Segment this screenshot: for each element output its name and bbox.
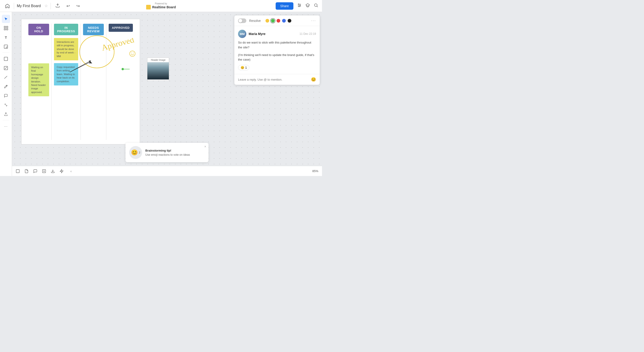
avatar: MM	[238, 30, 246, 38]
svg-point-2	[299, 6, 300, 7]
reaction-emoji: 😊	[240, 66, 244, 69]
color-dot-blue[interactable]	[282, 19, 286, 22]
kanban-board: ON HOLD Waiting on final homepage design…	[22, 19, 140, 144]
brand-area: Powered by Realtime Board	[146, 2, 176, 9]
redo-button[interactable]: ↪	[74, 2, 82, 9]
svg-rect-24	[16, 170, 20, 173]
kanban-frame: ON HOLD Waiting on final homepage design…	[21, 19, 140, 145]
tip-close-button[interactable]: ×	[204, 145, 206, 148]
comment-meta: Maria Myre 11 Dec 22:19	[249, 32, 316, 36]
pen-tool[interactable]	[2, 82, 10, 91]
svg-point-3	[314, 4, 317, 6]
color-dots	[266, 19, 291, 22]
color-dot-yellow[interactable]	[266, 19, 269, 22]
svg-point-14	[80, 36, 114, 68]
col-header-on-hold: ON HOLD	[28, 24, 49, 35]
topbar: My First Board ☆ ↩ ↪ Powered by Realtime…	[0, 0, 322, 12]
zoom-level: 85%	[312, 169, 318, 173]
search-icon[interactable]	[314, 3, 318, 9]
col-needs-review: NEEDS REVIEW Header Image	[81, 24, 106, 140]
sticky-in-progress-2[interactable]: Copy requested from writing team. Waitin…	[54, 63, 78, 85]
comment-text-1: So do we want to stick with this palette…	[238, 40, 316, 50]
toggle-knob	[238, 19, 242, 22]
comment-tool[interactable]	[2, 91, 10, 100]
bottom-toolbar: « 85%	[12, 166, 322, 176]
color-dot-black[interactable]	[288, 19, 291, 22]
crop-tool[interactable]	[2, 101, 10, 109]
topbar-divider	[14, 3, 14, 9]
canvas-area[interactable]: New frame ON HOLD Waiting on final homep…	[12, 12, 322, 176]
tip-text-area: Brainstorming tip! Use emoji reactions t…	[145, 149, 205, 157]
settings-icon[interactable]	[297, 3, 302, 9]
brand-square-icon	[146, 5, 151, 9]
collapse-button[interactable]: «	[70, 169, 72, 173]
comment-panel: Resolve ··· MM Maria Myre 11 Dec	[234, 15, 320, 85]
svg-rect-8	[4, 45, 8, 48]
text-tool[interactable]: T	[2, 33, 10, 41]
sticky-in-progress-1[interactable]: Interactions are still in progress, shou…	[54, 38, 78, 60]
comment-header: Resolve ···	[234, 15, 320, 26]
comment-body: MM Maria Myre 11 Dec 22:19 So do we want…	[234, 26, 320, 74]
col-on-hold: ON HOLD Waiting on final homepage design…	[26, 24, 52, 140]
shape-tool[interactable]	[2, 64, 10, 72]
tool-separator-2	[2, 120, 10, 120]
home-button[interactable]	[4, 2, 11, 10]
tip-emoji-icon: 😊	[131, 149, 138, 156]
svg-point-1	[300, 5, 300, 5]
bottom-comment-tool[interactable]	[33, 169, 37, 173]
svg-rect-5	[6, 26, 8, 28]
comment-text-2: (I'm thinking we'll need to update the b…	[238, 53, 316, 62]
select-tool[interactable]	[2, 15, 10, 23]
comment-reply-area: 😊	[234, 74, 320, 85]
brand-logo: Realtime Board	[146, 5, 176, 9]
col-header-approved: APPROVED	[109, 24, 133, 32]
star-button[interactable]: ☆	[44, 4, 48, 8]
col-header-in-progress: IN PROGRESS	[54, 24, 78, 35]
svg-line-12	[4, 76, 7, 79]
svg-rect-4	[4, 26, 6, 28]
bottom-sticky-tool[interactable]	[24, 169, 28, 173]
color-dot-green[interactable]	[271, 19, 275, 22]
comment-time: 11 Dec 22:19	[300, 32, 316, 35]
more-tools[interactable]: ···	[2, 122, 10, 130]
bottom-export-tool[interactable]	[51, 169, 55, 173]
bottom-lightning-tool[interactable]	[60, 169, 64, 173]
tool-separator	[2, 52, 10, 53]
svg-line-11	[5, 67, 7, 69]
resolve-toggle[interactable]	[238, 18, 246, 23]
bottom-share-tool[interactable]	[42, 169, 46, 173]
svg-rect-9	[4, 57, 8, 61]
line-tool[interactable]	[2, 73, 10, 81]
tip-badge-count: 2	[139, 151, 140, 154]
tip-title: Brainstorming tip!	[145, 149, 205, 152]
upload-button[interactable]	[54, 2, 62, 10]
sticky-on-hold-1[interactable]: Waiting on final homepage design iterati…	[28, 63, 49, 96]
topbar-right: Share	[276, 2, 318, 10]
svg-rect-6	[4, 28, 6, 30]
graduation-icon[interactable]	[306, 3, 310, 9]
board-title: My First Board	[17, 4, 41, 8]
topbar-divider-2	[50, 3, 51, 9]
undo-button[interactable]: ↩	[64, 2, 72, 9]
share-button[interactable]: Share	[276, 2, 294, 10]
reaction-count: 1	[245, 66, 247, 69]
svg-marker-26	[60, 169, 63, 173]
frame-tool[interactable]	[2, 55, 10, 63]
comment-more-button[interactable]: ···	[311, 18, 316, 23]
color-dot-red[interactable]	[276, 19, 280, 22]
reply-input[interactable]	[238, 78, 309, 81]
comment-user-row: MM Maria Myre 11 Dec 22:19	[238, 30, 316, 38]
resolve-label: Resolve	[249, 19, 261, 22]
svg-line-13	[5, 104, 7, 106]
upload-tool[interactable]	[2, 110, 10, 118]
svg-point-0	[298, 4, 299, 4]
reaction-badge[interactable]: 😊 1	[238, 65, 249, 70]
tip-description: Use emoji reactions to vote on ideas	[145, 153, 205, 157]
grid-tool[interactable]	[2, 24, 10, 32]
bottom-frame-tool[interactable]	[16, 169, 20, 173]
sticky-tool[interactable]	[2, 42, 10, 51]
emoji-picker-button[interactable]: 😊	[311, 77, 316, 82]
header-image-photo	[148, 62, 169, 79]
tip-icon-area: 😊 2	[129, 146, 142, 159]
image-card[interactable]: Header Image	[147, 58, 169, 81]
